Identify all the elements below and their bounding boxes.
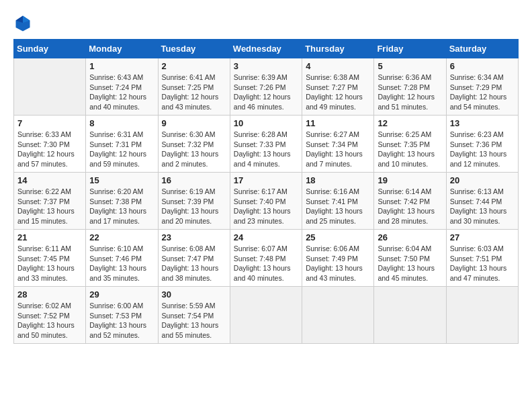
day-number: 17 — [234, 175, 298, 185]
day-info: Sunrise: 6:02 AM Sunset: 7:52 PM Dayligh… — [17, 301, 82, 340]
calendar-cell — [302, 287, 374, 344]
calendar-cell: 1Sunrise: 6:43 AM Sunset: 7:24 PM Daylig… — [86, 58, 158, 116]
weekday-header: Thursday — [302, 40, 374, 58]
day-info: Sunrise: 6:13 AM Sunset: 7:44 PM Dayligh… — [450, 187, 515, 226]
calendar-cell: 14Sunrise: 6:22 AM Sunset: 7:37 PM Dayli… — [14, 173, 86, 230]
weekday-header: Tuesday — [158, 40, 230, 58]
day-number: 27 — [450, 232, 515, 242]
day-number: 3 — [234, 61, 298, 71]
calendar-week: 1Sunrise: 6:43 AM Sunset: 7:24 PM Daylig… — [14, 58, 519, 116]
calendar-header: SundayMondayTuesdayWednesdayThursdayFrid… — [14, 40, 519, 58]
day-info: Sunrise: 6:36 AM Sunset: 7:28 PM Dayligh… — [378, 73, 442, 112]
day-info: Sunrise: 6:41 AM Sunset: 7:25 PM Dayligh… — [162, 73, 226, 112]
calendar-table: SundayMondayTuesdayWednesdayThursdayFrid… — [13, 39, 519, 344]
calendar-cell: 30Sunrise: 5:59 AM Sunset: 7:54 PM Dayli… — [158, 287, 230, 344]
day-number: 12 — [378, 118, 442, 128]
day-number: 26 — [378, 232, 442, 242]
calendar-cell — [446, 287, 518, 344]
day-number: 28 — [17, 289, 82, 300]
calendar-cell — [14, 58, 86, 116]
day-info: Sunrise: 6:30 AM Sunset: 7:32 PM Dayligh… — [162, 130, 226, 169]
day-info: Sunrise: 6:10 AM Sunset: 7:46 PM Dayligh… — [89, 244, 154, 283]
calendar-cell: 28Sunrise: 6:02 AM Sunset: 7:52 PM Dayli… — [14, 287, 86, 344]
day-number: 4 — [306, 61, 370, 71]
calendar-cell: 3Sunrise: 6:39 AM Sunset: 7:26 PM Daylig… — [230, 58, 302, 116]
day-info: Sunrise: 6:34 AM Sunset: 7:29 PM Dayligh… — [450, 73, 515, 112]
day-number: 13 — [450, 118, 515, 128]
day-number: 25 — [306, 232, 370, 242]
calendar-week: 21Sunrise: 6:11 AM Sunset: 7:45 PM Dayli… — [14, 230, 519, 287]
calendar-cell: 19Sunrise: 6:14 AM Sunset: 7:42 PM Dayli… — [374, 173, 446, 230]
calendar-cell: 9Sunrise: 6:30 AM Sunset: 7:32 PM Daylig… — [158, 116, 230, 173]
day-number: 16 — [162, 175, 226, 185]
day-info: Sunrise: 6:07 AM Sunset: 7:48 PM Dayligh… — [234, 244, 298, 283]
calendar-week: 28Sunrise: 6:02 AM Sunset: 7:52 PM Dayli… — [14, 287, 519, 344]
day-number: 20 — [450, 175, 515, 185]
calendar-cell: 21Sunrise: 6:11 AM Sunset: 7:45 PM Dayli… — [14, 230, 86, 287]
day-number: 10 — [234, 118, 298, 128]
calendar-cell: 16Sunrise: 6:19 AM Sunset: 7:39 PM Dayli… — [158, 173, 230, 230]
day-number: 23 — [162, 232, 226, 242]
day-info: Sunrise: 6:06 AM Sunset: 7:49 PM Dayligh… — [306, 244, 370, 283]
calendar-cell: 10Sunrise: 6:28 AM Sunset: 7:33 PM Dayli… — [230, 116, 302, 173]
calendar-cell — [230, 287, 302, 344]
calendar-cell: 20Sunrise: 6:13 AM Sunset: 7:44 PM Dayli… — [446, 173, 518, 230]
day-number: 19 — [378, 175, 442, 185]
day-info: Sunrise: 6:27 AM Sunset: 7:34 PM Dayligh… — [306, 130, 370, 169]
weekday-header: Friday — [374, 40, 446, 58]
day-info: Sunrise: 6:22 AM Sunset: 7:37 PM Dayligh… — [17, 187, 82, 226]
weekday-header: Monday — [86, 40, 158, 58]
day-number: 30 — [162, 289, 226, 300]
calendar-cell: 17Sunrise: 6:17 AM Sunset: 7:40 PM Dayli… — [230, 173, 302, 230]
day-info: Sunrise: 5:59 AM Sunset: 7:54 PM Dayligh… — [162, 301, 226, 340]
day-number: 2 — [162, 61, 226, 71]
calendar-cell: 27Sunrise: 6:03 AM Sunset: 7:51 PM Dayli… — [446, 230, 518, 287]
day-info: Sunrise: 6:31 AM Sunset: 7:31 PM Dayligh… — [89, 130, 154, 169]
day-number: 21 — [17, 232, 82, 242]
day-info: Sunrise: 6:38 AM Sunset: 7:27 PM Dayligh… — [306, 73, 370, 112]
calendar-cell: 6Sunrise: 6:34 AM Sunset: 7:29 PM Daylig… — [446, 58, 518, 116]
calendar-cell: 7Sunrise: 6:33 AM Sunset: 7:30 PM Daylig… — [14, 116, 86, 173]
day-info: Sunrise: 6:04 AM Sunset: 7:50 PM Dayligh… — [378, 244, 442, 283]
calendar-cell: 15Sunrise: 6:20 AM Sunset: 7:38 PM Dayli… — [86, 173, 158, 230]
header — [13, 13, 519, 32]
day-number: 7 — [17, 118, 82, 128]
day-number: 1 — [89, 61, 154, 71]
day-number: 5 — [378, 61, 442, 71]
calendar-cell: 23Sunrise: 6:08 AM Sunset: 7:47 PM Dayli… — [158, 230, 230, 287]
weekday-header: Saturday — [446, 40, 518, 58]
calendar-cell: 11Sunrise: 6:27 AM Sunset: 7:34 PM Dayli… — [302, 116, 374, 173]
day-info: Sunrise: 6:20 AM Sunset: 7:38 PM Dayligh… — [89, 187, 154, 226]
calendar-cell: 24Sunrise: 6:07 AM Sunset: 7:48 PM Dayli… — [230, 230, 302, 287]
calendar-cell: 29Sunrise: 6:00 AM Sunset: 7:53 PM Dayli… — [86, 287, 158, 344]
calendar-cell: 8Sunrise: 6:31 AM Sunset: 7:31 PM Daylig… — [86, 116, 158, 173]
calendar-cell: 26Sunrise: 6:04 AM Sunset: 7:50 PM Dayli… — [374, 230, 446, 287]
day-number: 14 — [17, 175, 82, 185]
day-info: Sunrise: 6:33 AM Sunset: 7:30 PM Dayligh… — [17, 130, 82, 169]
logo-icon — [13, 13, 32, 32]
day-info: Sunrise: 6:23 AM Sunset: 7:36 PM Dayligh… — [450, 130, 515, 169]
weekday-header: Wednesday — [230, 40, 302, 58]
day-info: Sunrise: 6:43 AM Sunset: 7:24 PM Dayligh… — [89, 73, 154, 112]
day-info: Sunrise: 6:39 AM Sunset: 7:26 PM Dayligh… — [234, 73, 298, 112]
calendar-cell: 12Sunrise: 6:25 AM Sunset: 7:35 PM Dayli… — [374, 116, 446, 173]
day-number: 15 — [89, 175, 154, 185]
day-info: Sunrise: 6:19 AM Sunset: 7:39 PM Dayligh… — [162, 187, 226, 226]
day-number: 6 — [450, 61, 515, 71]
day-info: Sunrise: 6:16 AM Sunset: 7:41 PM Dayligh… — [306, 187, 370, 226]
day-number: 24 — [234, 232, 298, 242]
day-info: Sunrise: 6:11 AM Sunset: 7:45 PM Dayligh… — [17, 244, 82, 283]
day-info: Sunrise: 6:25 AM Sunset: 7:35 PM Dayligh… — [378, 130, 442, 169]
calendar-cell: 2Sunrise: 6:41 AM Sunset: 7:25 PM Daylig… — [158, 58, 230, 116]
calendar-cell: 22Sunrise: 6:10 AM Sunset: 7:46 PM Dayli… — [86, 230, 158, 287]
day-number: 18 — [306, 175, 370, 185]
calendar-cell — [374, 287, 446, 344]
day-info: Sunrise: 6:28 AM Sunset: 7:33 PM Dayligh… — [234, 130, 298, 169]
calendar-cell: 25Sunrise: 6:06 AM Sunset: 7:49 PM Dayli… — [302, 230, 374, 287]
day-number: 11 — [306, 118, 370, 128]
calendar-week: 7Sunrise: 6:33 AM Sunset: 7:30 PM Daylig… — [14, 116, 519, 173]
logo — [13, 13, 35, 32]
weekday-header: Sunday — [14, 40, 86, 58]
day-number: 9 — [162, 118, 226, 128]
day-info: Sunrise: 6:14 AM Sunset: 7:42 PM Dayligh… — [378, 187, 442, 226]
